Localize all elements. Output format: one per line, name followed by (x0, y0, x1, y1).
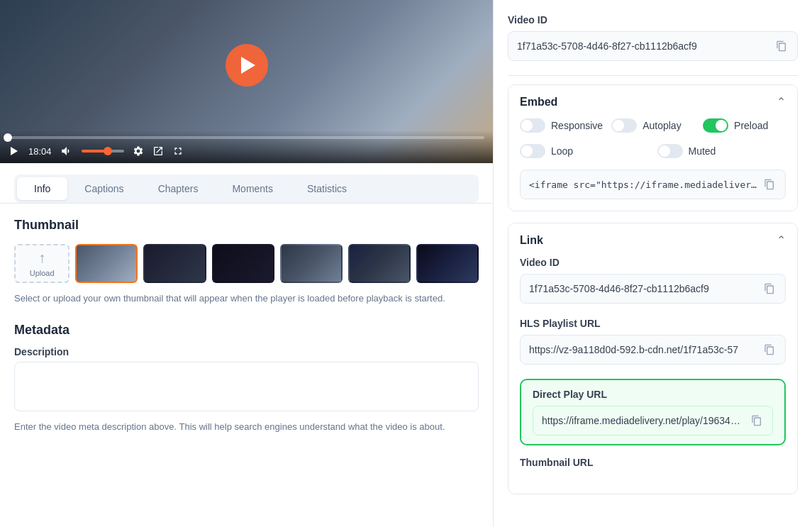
toggle-preload-knob (716, 120, 727, 131)
play-pause-button[interactable] (9, 145, 20, 157)
right-panel: Video ID 1f71a53c-5708-4d46-8f27-cb1112b… (493, 0, 812, 527)
thumbnail-title: Thumbnail (14, 218, 479, 233)
link-header[interactable]: Link ⌃ (508, 223, 797, 257)
toggle-muted-knob (659, 145, 670, 157)
hls-label: HLS Playlist URL (520, 318, 786, 329)
hls-field: https://vz-9a118d0d-592.b-cdn.net/1f71a5… (520, 335, 786, 365)
tab-info[interactable]: Info (17, 177, 67, 200)
embed-header[interactable]: Embed ⌃ (508, 85, 797, 118)
upload-button[interactable]: ↑ Upload (14, 244, 69, 283)
play-icon (241, 57, 255, 74)
toggle-muted: Muted (657, 144, 786, 158)
video-player: 18:04 (0, 0, 493, 163)
toggle-responsive-switch[interactable] (520, 118, 545, 133)
direct-play-copy[interactable] (750, 414, 764, 428)
embed-code-value: <iframe src="https://iframe.mediadeliver… (529, 179, 757, 190)
settings-button[interactable] (133, 145, 144, 157)
toggle-loop-knob (521, 145, 533, 157)
tab-moments[interactable]: Moments (215, 177, 290, 200)
progress-dot (4, 133, 12, 142)
thumbnail-url-section: Thumbnail URL (520, 457, 786, 468)
upload-icon: ↑ (38, 250, 45, 266)
thumb-inner-3 (213, 245, 273, 282)
top-video-id-label: Video ID (508, 14, 798, 26)
hls-section: HLS Playlist URL https://vz-9a118d0d-592… (520, 318, 786, 365)
thumbnail-1[interactable] (75, 244, 138, 283)
tab-captions[interactable]: Captions (67, 177, 140, 200)
volume-dot (104, 147, 112, 155)
toggle-muted-switch[interactable] (657, 144, 683, 158)
thumbnail-2[interactable] (143, 244, 206, 283)
toggle-autoplay-knob (613, 120, 624, 131)
toggle-autoplay: Autoplay (611, 118, 694, 133)
thumb-inner-2 (145, 245, 204, 282)
volume-slider[interactable] (82, 150, 124, 152)
embed-code-field: <iframe src="https://iframe.mediadeliver… (520, 170, 786, 199)
embed-section: Embed ⌃ Responsive Autoplay (508, 84, 798, 211)
link-video-id-copy[interactable] (762, 282, 777, 296)
upload-label: Upload (30, 269, 55, 277)
play-button-center (0, 0, 493, 131)
top-video-id-field: 1f71a53c-5708-4d46-8f27-cb1112b6acf9 (508, 31, 798, 61)
metadata-section: Metadata Description Enter the video met… (14, 323, 479, 434)
toggle-preload-switch[interactable] (703, 118, 728, 133)
content-area: Thumbnail ↑ Upload (0, 204, 493, 527)
description-textarea[interactable] (14, 362, 479, 411)
toggle-loop: Loop (520, 144, 649, 158)
link-video-id-field: 1f71a53c-5708-4d46-8f27-cb1112b6acf9 (520, 274, 786, 304)
thumbnail-3[interactable] (212, 244, 274, 283)
embed-title: Embed (520, 96, 557, 109)
thumbnail-hint: Select or upload your own thumbnail that… (14, 292, 479, 306)
embed-code-copy[interactable] (762, 177, 777, 192)
description-label: Description (14, 346, 479, 357)
toggle-autoplay-switch[interactable] (611, 118, 637, 133)
toggle-loop-switch[interactable] (520, 144, 545, 158)
tab-statistics[interactable]: Statistics (290, 177, 364, 200)
embed-toggles-row1: Responsive Autoplay Preload (520, 118, 786, 133)
thumbnail-6[interactable] (416, 244, 479, 283)
toggle-loop-label: Loop (551, 145, 573, 157)
hls-value: https://vz-9a118d0d-592.b-cdn.net/1f71a5… (529, 344, 757, 355)
toggle-responsive: Responsive (520, 118, 603, 133)
left-panel: 18:04 (0, 0, 493, 527)
link-body: Video ID 1f71a53c-5708-4d46-8f27-cb1112b… (508, 257, 797, 494)
tabs-row: Info Captions Chapters Moments Statistic… (14, 174, 479, 203)
play-button[interactable] (226, 44, 268, 87)
toggle-responsive-label: Responsive (551, 120, 603, 131)
toggle-preload-label: Preload (734, 120, 768, 131)
video-overlay: 18:04 (0, 0, 493, 163)
embed-toggles-row2: Loop Muted (520, 144, 786, 158)
toggle-muted-label: Muted (689, 145, 716, 157)
link-title: Link (520, 234, 543, 247)
volume-button[interactable] (60, 145, 73, 157)
controls-row: 18:04 (9, 145, 484, 157)
external-link-button[interactable] (152, 145, 164, 157)
link-video-id-value: 1f71a53c-5708-4d46-8f27-cb1112b6acf9 (529, 283, 757, 294)
link-section: Link ⌃ Video ID 1f71a53c-5708-4d46-8f27-… (508, 223, 798, 494)
video-controls: 18:04 (0, 131, 493, 163)
top-video-id-section: Video ID 1f71a53c-5708-4d46-8f27-cb1112b… (508, 14, 798, 61)
thumbnail-url-label: Thumbnail URL (520, 457, 786, 468)
toggle-autoplay-label: Autoplay (643, 120, 681, 131)
fullscreen-button[interactable] (172, 145, 184, 157)
embed-chevron-icon: ⌃ (777, 95, 786, 109)
direct-play-section: Direct Play URL https://iframe.mediadeli… (520, 379, 786, 445)
tab-chapters[interactable]: Chapters (141, 177, 216, 200)
top-video-id-value: 1f71a53c-5708-4d46-8f27-cb1112b6acf9 (517, 40, 769, 52)
link-chevron-icon: ⌃ (777, 233, 786, 247)
hls-copy[interactable] (762, 343, 777, 357)
top-video-id-copy[interactable] (774, 39, 789, 53)
metadata-title: Metadata (14, 323, 479, 338)
thumbnail-4[interactable] (280, 244, 343, 283)
direct-play-field: https://iframe.mediadelivery.net/play/19… (533, 406, 773, 436)
description-hint: Enter the video meta description above. … (14, 420, 479, 434)
toggle-responsive-knob (521, 120, 533, 131)
direct-play-label: Direct Play URL (533, 389, 773, 400)
progress-bar[interactable] (9, 136, 484, 139)
thumb-inner-5 (350, 245, 409, 282)
embed-body: Responsive Autoplay Preload (508, 118, 797, 211)
thumb-inner-4 (282, 245, 341, 282)
tabs-container: Info Captions Chapters Moments Statistic… (0, 163, 493, 204)
thumb-inner-6 (418, 245, 477, 282)
thumbnail-5[interactable] (348, 244, 411, 283)
